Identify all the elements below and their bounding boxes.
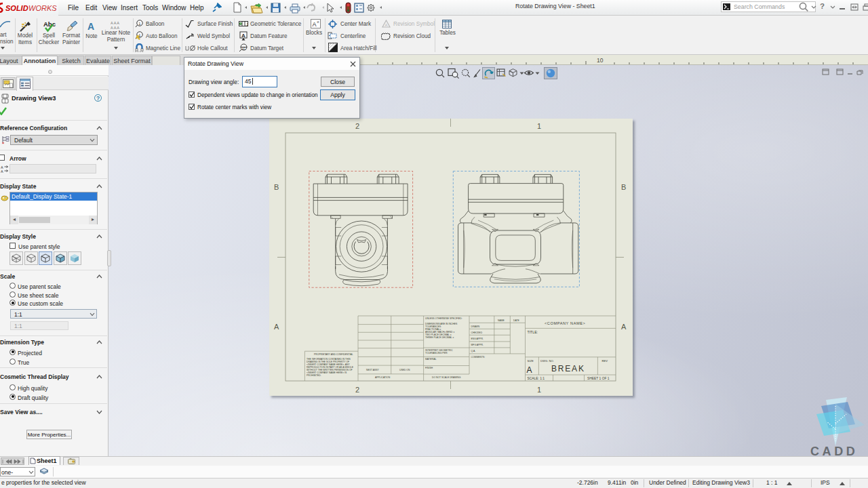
svg-text:AAA: AAA xyxy=(111,26,120,29)
svg-text:.1: .1 xyxy=(245,22,248,26)
svg-text:1: 1 xyxy=(537,122,541,130)
svg-text:PROPRIETARY AND CONFIDENTIAL: PROPRIETARY AND CONFIDENTIAL xyxy=(314,353,353,356)
svg-text:A: A xyxy=(274,323,279,331)
svg-text:A: A xyxy=(385,23,388,27)
svg-text:<COMPANY NAME>: <COMPANY NAME> xyxy=(545,321,585,325)
svg-text:WORKS: WORKS xyxy=(28,4,57,12)
svg-text:NAME: NAME xyxy=(498,319,505,322)
svg-text:MATERIAL: MATERIAL xyxy=(425,358,437,361)
svg-text:Abc: Abc xyxy=(43,20,56,28)
svg-text:APPLICATION: APPLICATION xyxy=(375,376,391,379)
svg-text:UNLESS OTHERWISE SPECIFIED:: UNLESS OTHERWISE SPECIFIED: xyxy=(425,317,462,320)
svg-text:A: A xyxy=(527,365,532,375)
svg-text:PROHIBITED.: PROHIBITED. xyxy=(307,374,321,377)
svg-text:REV: REV xyxy=(602,359,608,363)
svg-text:AAA: AAA xyxy=(111,21,120,25)
svg-text:FINISH: FINISH xyxy=(425,367,433,369)
svg-text:A: A xyxy=(241,33,245,39)
svg-text:THREE PLACE DECIMAL ±: THREE PLACE DECIMAL ± xyxy=(425,336,454,339)
svg-text:TITLE:: TITLE: xyxy=(528,330,538,334)
svg-text:1: 1 xyxy=(537,386,541,394)
svg-text:A: A xyxy=(1,169,3,174)
svg-text:A: A xyxy=(313,21,317,28)
svg-text:B: B xyxy=(274,183,279,191)
svg-text:USED ON: USED ON xyxy=(399,369,410,371)
svg-text:Q.A.: Q.A. xyxy=(471,350,476,352)
svg-text:TOLERANCING PER:: TOLERANCING PER: xyxy=(425,352,448,354)
svg-text:o: o xyxy=(317,20,319,24)
svg-text:B: B xyxy=(621,183,626,191)
svg-text:DWG. NO.: DWG. NO. xyxy=(540,359,554,363)
svg-text:DO NOT SCALE DRAWING: DO NOT SCALE DRAWING xyxy=(432,376,461,379)
svg-text:SOLID: SOLID xyxy=(5,4,28,12)
svg-text:SIZE: SIZE xyxy=(528,359,534,363)
svg-text:CHECKED: CHECKED xyxy=(471,331,483,334)
svg-text:2: 2 xyxy=(355,386,359,394)
svg-text:DATE: DATE xyxy=(513,319,520,322)
svg-text:ENG APPR.: ENG APPR. xyxy=(471,338,484,340)
svg-text:10: 10 xyxy=(597,57,604,64)
svg-text:COMMENTS:: COMMENTS: xyxy=(471,356,486,359)
svg-text:A1: A1 xyxy=(242,47,246,51)
svg-text:MFG APPR.: MFG APPR. xyxy=(471,344,484,346)
svg-text:NEXT ASSY: NEXT ASSY xyxy=(366,369,380,371)
svg-text:A: A xyxy=(621,323,627,331)
svg-text:2: 2 xyxy=(355,122,359,130)
svg-text:SHEET 1 OF 1: SHEET 1 OF 1 xyxy=(587,377,610,380)
svg-text:BREAK: BREAK xyxy=(551,364,585,373)
svg-text:DRAWN: DRAWN xyxy=(471,325,480,328)
svg-text:SCALE: 1:1: SCALE: 1:1 xyxy=(528,377,545,380)
